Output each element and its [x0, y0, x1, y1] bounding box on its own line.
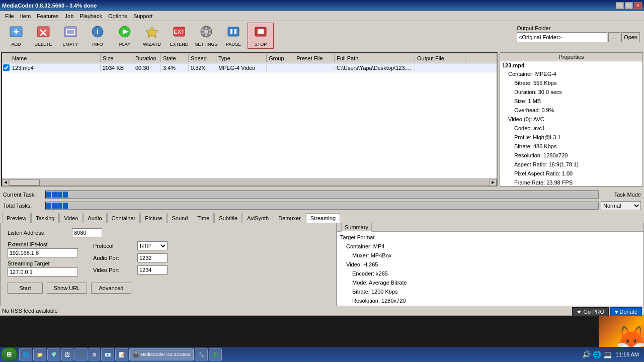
output-folder-area: Output Folder ... Open — [517, 25, 640, 42]
scroll-right-btn[interactable]: ▶ — [490, 179, 497, 186]
chrome-icon: 🌍 — [51, 352, 57, 357]
col-size-header[interactable]: Size — [101, 54, 133, 62]
mediacoder-icon: 🎬 — [133, 352, 139, 357]
tab-video[interactable]: Video — [59, 213, 83, 223]
taskbar-explorer[interactable]: 📁 — [33, 348, 46, 360]
svg-point-19 — [202, 29, 204, 31]
audio-port-input[interactable] — [137, 253, 168, 262]
col-state-header[interactable]: State — [161, 54, 189, 62]
row-path: C:\Users\Yapa\Desktop\123.... — [335, 64, 415, 72]
prop-codec: Codec: avc1 — [500, 124, 642, 133]
maximize-button[interactable]: □ — [625, 2, 633, 9]
summary-tab[interactable]: Summary — [341, 223, 372, 232]
close-button[interactable]: ✕ — [634, 2, 642, 9]
listen-address-input[interactable] — [72, 228, 102, 237]
svg-point-21 — [202, 33, 204, 35]
tab-picture[interactable]: Picture — [140, 213, 167, 223]
tab-tasking[interactable]: Tasking — [31, 213, 59, 223]
tab-container[interactable]: Container — [107, 213, 140, 223]
tab-subtitle[interactable]: Subtitle — [214, 213, 242, 223]
menu-features[interactable]: Features — [34, 12, 61, 20]
taskbar-media[interactable]: 🎵 — [74, 348, 88, 360]
taskbar-ie[interactable]: 🌐 — [19, 348, 32, 360]
network-tray-icon[interactable]: 🌐 — [593, 350, 601, 358]
settings-button[interactable]: SETTINGS — [193, 23, 219, 49]
col-name-header[interactable]: Name — [10, 54, 101, 62]
info-button[interactable]: i INFO — [85, 23, 111, 49]
play-button[interactable]: PLAY — [112, 23, 138, 49]
row-name: 123.mp4 — [10, 64, 101, 72]
file-list-wrapper: Name Size Duration State Speed Type Grou… — [1, 52, 498, 187]
empty-button[interactable]: EMPTY — [57, 23, 84, 49]
summary-header: Summary — [337, 223, 643, 232]
advanced-button[interactable]: Advanced — [91, 283, 131, 294]
taskbar-mediacoder[interactable]: 🎬 MediaCoder 0.8.32.5660 — [129, 348, 194, 360]
minimize-button[interactable]: — — [616, 2, 624, 9]
streaming-target-input[interactable] — [8, 267, 78, 277]
taskbar-wrench[interactable]: 🔧 — [195, 348, 208, 360]
donate-button[interactable]: ♥ Donate — [610, 307, 642, 316]
tab-avisynth[interactable]: AviSynth — [243, 213, 273, 223]
col-output-header[interactable]: Output File — [415, 54, 465, 62]
col-preset-header[interactable]: Preset File — [294, 54, 335, 62]
svg-point-16 — [204, 30, 208, 34]
video-port-input[interactable] — [137, 265, 168, 275]
scroll-track[interactable] — [9, 179, 490, 186]
total-tasks-label: Total Tasks: — [3, 203, 43, 209]
svg-point-20 — [209, 29, 211, 31]
protocol-select[interactable]: RTP RTSP HTTP — [137, 241, 168, 250]
start-menu-button[interactable]: ⊞ — [1, 348, 17, 361]
total-block-4 — [63, 203, 68, 209]
taskbar-mail[interactable]: 📧 — [101, 348, 114, 360]
show-url-button[interactable]: Show URL — [47, 283, 87, 294]
tab-time[interactable]: Time — [193, 213, 214, 223]
scroll-left-btn[interactable]: ◀ — [2, 179, 9, 186]
external-ip-input[interactable] — [8, 248, 78, 257]
col-speed-header[interactable]: Speed — [189, 54, 216, 62]
settings-icon — [198, 25, 214, 41]
col-duration-header[interactable]: Duration — [133, 54, 161, 62]
taskbar-photos[interactable]: 🖼 — [61, 348, 73, 360]
system-tray-icon[interactable]: 💻 — [603, 350, 612, 358]
add-label: ADD — [11, 42, 21, 47]
delete-button[interactable]: DELETE — [30, 23, 56, 49]
output-open-button[interactable]: Open — [621, 32, 640, 42]
tab-demuxer[interactable]: Demuxer — [274, 213, 305, 223]
tab-sound[interactable]: Sound — [167, 213, 192, 223]
start-button[interactable]: Start — [8, 283, 43, 294]
tab-audio[interactable]: Audio — [83, 213, 106, 223]
taskbar-notepad[interactable]: 📝 — [115, 348, 128, 360]
col-type-header[interactable]: Type — [216, 54, 267, 62]
menu-options[interactable]: Options — [105, 12, 130, 20]
taskbar-dragon[interactable]: 🐉 — [209, 348, 222, 360]
properties-header: Properties — [500, 53, 642, 61]
scroll-thumb[interactable] — [10, 179, 40, 186]
menu-file[interactable]: File — [2, 12, 17, 20]
total-tasks-bar — [45, 202, 599, 210]
col-group-header[interactable]: Group — [267, 54, 294, 62]
taskbar-control[interactable]: ⚙ — [89, 348, 100, 360]
extend-button[interactable]: EXT EXTEND — [166, 23, 192, 49]
title-bar: MediaCoder 0.8.32.5660 - 3.4% done — □ ✕ — [0, 0, 644, 11]
output-folder-input[interactable] — [517, 32, 607, 42]
output-browse-button[interactable]: ... — [608, 32, 620, 42]
task-mode-select[interactable]: Normal Sequential Parallel — [601, 201, 641, 210]
volume-tray-icon[interactable]: 🔊 — [582, 350, 591, 358]
stop-button[interactable]: STOP — [248, 23, 274, 49]
photos-icon: 🖼 — [65, 352, 70, 357]
gopro-button[interactable]: ★ Go PRO — [572, 307, 609, 316]
svg-point-22 — [209, 33, 211, 35]
row-checkbox[interactable] — [2, 64, 10, 71]
menu-playback[interactable]: Playback — [76, 12, 105, 20]
wizard-button[interactable]: WIZARD — [139, 23, 165, 49]
menu-item[interactable]: Item — [17, 12, 34, 20]
tab-preview[interactable]: Preview — [2, 213, 31, 223]
col-path-header[interactable]: Full Path — [335, 54, 415, 62]
tab-streaming[interactable]: Streaming — [306, 213, 340, 223]
add-button[interactable]: ADD — [3, 23, 29, 49]
menu-job[interactable]: Job — [62, 12, 77, 20]
table-row[interactable]: 123.mp4 2034 KB 00:30 3.4% 0.32X MPEG-4 … — [2, 63, 497, 72]
menu-support[interactable]: Support — [130, 12, 156, 20]
taskbar-chrome[interactable]: 🌍 — [47, 348, 60, 360]
pause-button[interactable]: PAUSE — [220, 23, 247, 49]
